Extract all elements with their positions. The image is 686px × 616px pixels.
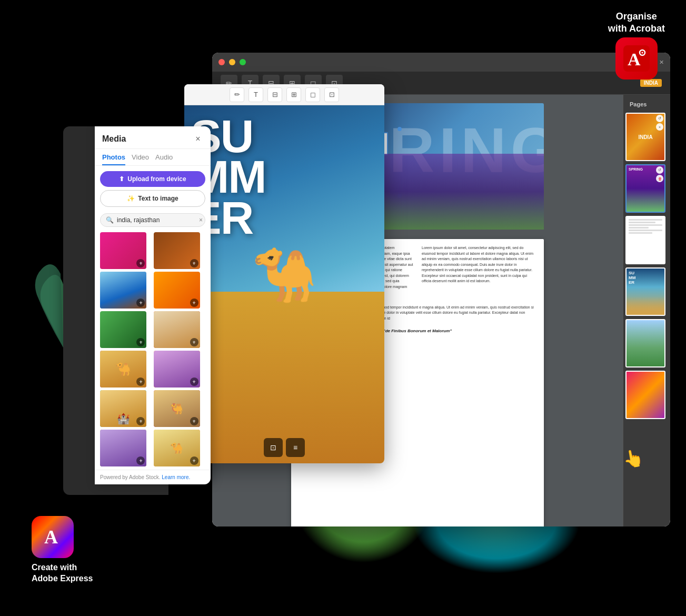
search-icon-sm: 🔍 <box>106 216 114 224</box>
adobe-stock-badge-1: ⚜ <box>136 259 145 267</box>
canvas-pen-btn[interactable]: ✏ <box>230 87 244 102</box>
text-to-image-button[interactable]: ✨ Text to image <box>100 190 205 207</box>
selection-handle[interactable] <box>397 127 402 131</box>
media-thumb-2[interactable]: ⚜ <box>154 232 200 269</box>
upload-icon: ⬆ <box>119 175 124 183</box>
page-delete-btn[interactable]: × <box>656 123 663 131</box>
media-thumb-5[interactable]: ⚜ <box>100 311 146 348</box>
adobe-stock-badge-9: ⚜ <box>136 417 145 425</box>
media-thumb-10[interactable]: 🐫 ⚜ <box>154 390 200 427</box>
media-thumb-7[interactable]: 🐪 ⚜ <box>100 351 146 388</box>
media-thumb-8[interactable]: ⚜ <box>154 351 200 388</box>
adobe-stock-badge-10: ⚜ <box>190 417 198 425</box>
acrobat-badge: Organise with Acrobat A <box>608 11 665 80</box>
adobe-express-icon: A <box>32 516 74 558</box>
cursor-hand: 👆 <box>621 447 645 470</box>
tab-video[interactable]: Video <box>132 153 149 165</box>
media-footer: Powered by Adobe Stock. Learn more. <box>95 470 211 484</box>
page-delete-btn-2[interactable]: 🗑 <box>656 175 663 182</box>
acrobat-badge-text: Organise with Acrobat <box>608 11 665 35</box>
media-thumb-9[interactable]: 🏰 ⚜ <box>100 390 146 427</box>
adobe-stock-badge-12: ⚜ <box>190 456 198 465</box>
media-close-button[interactable]: × <box>193 134 203 144</box>
media-panel-title: Media <box>102 134 126 144</box>
text-to-image-label: Text to image <box>138 195 178 202</box>
canvas-text-btn[interactable]: T <box>248 87 263 102</box>
window-close-btn[interactable] <box>218 59 225 65</box>
svg-text:A: A <box>628 49 641 69</box>
page-thumb-6[interactable] <box>625 371 665 419</box>
page-thumb-3[interactable] <box>625 216 665 264</box>
media-thumb-6[interactable]: ⚜ <box>154 311 200 348</box>
canvas-camel: 🐪 <box>252 244 317 306</box>
adobe-stock-badge-11: ⚜ <box>136 456 145 465</box>
upload-from-device-button[interactable]: ⬆ Upload from device <box>100 171 205 187</box>
canvas-editor: ✏ T ⊟ ⊞ ◻ ⊡ SUMMER 🐪 ⊡ ≡ <box>184 84 384 463</box>
media-panel: Media × Photos Video Audio ⬆ Upload from… <box>95 126 211 484</box>
search-clear-button[interactable]: × <box>199 216 203 224</box>
adobe-stock-badge-3: ⚜ <box>136 299 145 307</box>
media-thumb-1[interactable]: ⚜ <box>100 232 146 269</box>
page-thumb-2[interactable]: SPRING ↺ 🗑 <box>625 164 665 213</box>
canvas-rect-btn[interactable]: ◻ <box>305 87 320 102</box>
adobe-stock-badge-4: ⚜ <box>190 299 198 307</box>
tab-photos[interactable]: Photos <box>102 153 125 165</box>
canvas-content: SUMMER 🐪 ⊡ ≡ <box>184 105 384 463</box>
upload-btn-label: Upload from device <box>127 175 186 183</box>
page-thumb-4[interactable]: SUMMER <box>625 267 665 316</box>
adobe-stock-text: Powered by Adobe Stock. <box>100 474 161 480</box>
page-rotate-btn[interactable]: ↺ <box>656 115 663 122</box>
canvas-bottom-toolbar: ⊡ ≡ <box>264 438 305 457</box>
acrobat-window-header: ✕ <box>212 53 670 72</box>
adobe-stock-badge-6: ⚜ <box>190 338 198 346</box>
svg-text:A: A <box>44 526 58 548</box>
media-panel-header: Media × <box>95 126 211 149</box>
media-thumb-3[interactable]: ⚜ <box>100 272 146 309</box>
canvas-grid-btn[interactable]: ⊞ <box>286 87 301 102</box>
adobe-express-text: Create with Adobe Express <box>32 562 93 584</box>
acrobat-icon: A <box>615 37 658 80</box>
adobe-stock-badge-7: ⚜ <box>136 377 145 386</box>
canvas-bottom-btn-1[interactable]: ⊡ <box>264 438 283 457</box>
adobe-express-badge: A Create with Adobe Express <box>32 516 93 584</box>
adobe-stock-badge-8: ⚜ <box>190 377 198 386</box>
search-bar: 🔍 × <box>100 213 205 227</box>
adobe-stock-badge-2: ⚜ <box>190 259 198 267</box>
canvas-export-btn[interactable]: ⊡ <box>324 87 339 102</box>
search-input[interactable] <box>117 216 196 224</box>
ai-icon: ✨ <box>127 195 135 202</box>
media-thumb-11[interactable]: ⚜ <box>100 430 146 466</box>
page-thumb-1[interactable]: INDIA ↺ × <box>625 113 665 161</box>
page-thumb-5[interactable] <box>625 319 665 367</box>
page-rotate-btn-2[interactable]: ↺ <box>656 166 663 174</box>
canvas-strikethrough-btn[interactable]: ⊟ <box>267 87 282 102</box>
svg-point-4 <box>641 52 643 53</box>
window-minimize-btn[interactable] <box>229 59 235 65</box>
canvas-bottom-btn-2[interactable]: ≡ <box>286 438 305 457</box>
adobe-stock-badge-5: ⚜ <box>136 338 145 346</box>
media-thumb-4[interactable]: ⚜ <box>154 272 200 309</box>
canvas-toolbar: ✏ T ⊟ ⊞ ◻ ⊡ <box>184 84 384 105</box>
india-label: INDIA <box>640 79 662 87</box>
acrobat-pages-header: Pages <box>625 99 668 110</box>
media-tabs: Photos Video Audio <box>95 149 211 166</box>
learn-more-link[interactable]: Learn more. <box>162 474 190 480</box>
media-thumb-12[interactable]: 🐪 ⚜ <box>154 430 200 466</box>
tab-audio[interactable]: Audio <box>155 153 173 165</box>
media-actions: ⬆ Upload from device ✨ Text to image <box>95 166 211 210</box>
window-maximize-btn[interactable] <box>240 59 246 65</box>
media-grid: ⚜ ⚜ ⚜ ⚜ ⚜ ⚜ 🐪 ⚜ ⚜ <box>95 230 211 470</box>
